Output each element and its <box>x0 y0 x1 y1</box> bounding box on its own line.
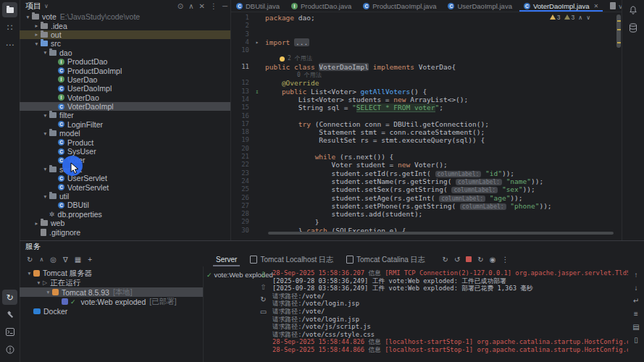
problems-icon[interactable] <box>2 342 17 357</box>
locate-icon[interactable]: ⊙ <box>177 2 183 10</box>
tree-expand-arrow[interactable]: ▾ <box>33 41 41 47</box>
code-line-28[interactable]: 28 students.add(student); <box>230 210 622 218</box>
undeploy-icon[interactable]: ⇧ <box>260 283 266 291</box>
code-line-27[interactable]: 27 student.setPhone(rs.getString( column… <box>230 202 622 210</box>
tree-item-UserServlet[interactable]: CUserServlet <box>20 174 230 182</box>
tab-UserDaoImpl.java[interactable]: CUserDaoImpl.java <box>442 0 518 12</box>
add-icon[interactable]: + <box>88 256 92 264</box>
code-line-22[interactable]: 22 Voter student = new Voter(); <box>230 161 622 169</box>
eye-icon[interactable]: ◎ <box>50 256 57 264</box>
tree-item-LoginFilter[interactable]: CLoginFilter <box>20 120 230 129</box>
warning-stripe-mark[interactable] <box>617 20 621 22</box>
stop-icon[interactable] <box>466 256 472 264</box>
scroll-to-end-icon[interactable]: ≡ <box>634 310 638 318</box>
tab-DBUtil.java[interactable]: CDBUtil.java <box>230 0 285 12</box>
code-editor[interactable]: 1package dao;234▸import ...102 个用法11publ… <box>230 12 622 235</box>
tree-item-UserDao[interactable]: IUserDao <box>20 75 230 84</box>
restart-icon[interactable]: ↻ <box>477 256 483 264</box>
chevron-down-icon[interactable]: ∨ <box>44 3 49 9</box>
tree-item-web[interactable]: ▸web <box>20 219 230 227</box>
tree-item-db.properties[interactable]: ✲db.properties <box>20 210 230 219</box>
warning-stripe-mark[interactable] <box>617 42 621 43</box>
next-problem-icon[interactable]: ∨ <box>586 14 590 21</box>
console-tab-Tomcat Localhost 日志[interactable]: Tomcat Localhost 日志 <box>244 253 339 266</box>
tab-ProductDao.java[interactable]: IProductDao.java <box>285 0 357 12</box>
tree-item-dao[interactable]: ▾dao <box>20 49 230 57</box>
tree-item-.idea[interactable]: ▸.idea <box>20 21 230 30</box>
service-item-Tomcat 服务器[interactable]: ▾Tomcat 服务器 <box>20 269 203 278</box>
tree-item-Product[interactable]: CProduct <box>20 138 230 146</box>
code-line-10[interactable]: 10 <box>230 46 622 54</box>
tree-expand-arrow[interactable]: ▾ <box>41 166 49 172</box>
tree-expand-arrow[interactable]: ▾ <box>25 270 33 277</box>
tree-item-servlet[interactable]: ▾servlet <box>20 165 230 174</box>
filter-icon[interactable]: ∇ <box>63 256 68 264</box>
collapse-all-icon[interactable]: ∧ <box>188 2 193 10</box>
tree-item-ProductDaoImpl[interactable]: CProductDaoImpl <box>20 66 230 75</box>
browser-icon[interactable]: ◉ <box>490 256 496 264</box>
code-line-3[interactable]: 3 <box>230 30 622 38</box>
fold-arrow-icon[interactable]: ▸ <box>249 38 265 46</box>
service-item-Docker[interactable]: Docker <box>20 306 203 316</box>
code-line-15[interactable]: 15 String sql = "SELECT * FROM voter"; <box>230 104 622 111</box>
tree-collapse-arrow[interactable]: ▸ <box>33 22 41 29</box>
tree-expand-arrow[interactable]: ▾ <box>44 289 52 295</box>
prev-problem-icon[interactable]: ∧ <box>578 14 582 21</box>
project-tool-icon[interactable] <box>2 2 17 17</box>
code-line-20[interactable]: 20 <box>230 145 622 153</box>
console-tab-Tomcat Catalina 日志[interactable]: Tomcat Catalina 日志 <box>340 253 430 266</box>
tree-item-ProductDao[interactable]: IProductDao <box>20 57 230 66</box>
clear-console-icon[interactable]: ▯ <box>634 336 638 344</box>
tree-item-DBUtil[interactable]: CDBUtil <box>20 201 230 209</box>
tree-collapse-arrow[interactable]: ▸ <box>33 220 41 227</box>
refresh-icon[interactable]: ↺ <box>454 256 460 264</box>
code-line-17[interactable]: 17 try (Connection conn = DBUtil.getConn… <box>230 120 622 128</box>
code-line-23[interactable]: 23 student.setId(rs.getInt( columnLabel:… <box>230 169 622 177</box>
tree-item-VoterServlet[interactable]: CVoterServlet <box>20 182 230 191</box>
inspection-widget[interactable]: 3 3 ∧ ∨ <box>550 14 590 21</box>
project-panel-title[interactable]: 项目 <box>25 1 41 12</box>
tree-item-util[interactable]: ▾util <box>20 192 230 201</box>
console-tab-Server[interactable]: Server <box>210 254 243 265</box>
code-line-13[interactable]: 13↥ public List<Voter> getAllVoters() { <box>230 88 622 96</box>
structure-icon[interactable]: ∷ <box>2 20 17 35</box>
code-line-19[interactable]: 19 ResultSet rs = stmt.executeQuery(sql)… <box>230 136 622 144</box>
redeploy-icon[interactable]: ↻ <box>443 256 448 264</box>
tree-item-Voter[interactable]: CVoter <box>20 156 230 164</box>
close-icon[interactable]: ✕ <box>199 2 205 10</box>
intention-bulb-icon[interactable] <box>280 56 285 62</box>
tree-item-VoterDao[interactable]: IVoterDao <box>20 93 230 102</box>
tab-vote.sql[interactable]: vote.sql <box>604 0 622 12</box>
code-line-12[interactable]: 12 @Override <box>230 79 622 87</box>
more-tools-icon[interactable]: ⋯ <box>2 37 17 52</box>
tree-item-vote[interactable]: ▾voteE:\JavaStudy\code\vote <box>20 12 230 21</box>
editor-horizontal-scrollbar[interactable] <box>268 232 614 235</box>
terminal-icon[interactable] <box>2 324 17 340</box>
code-line-4[interactable]: 4▸import ... <box>230 38 622 46</box>
service-item-Tomcat 8.5.93[interactable]: ▾Tomcat 8.5.93[本地] <box>20 287 203 297</box>
tree-collapse-arrow[interactable]: ▸ <box>33 31 41 38</box>
build-hammer-icon[interactable] <box>2 307 17 322</box>
scroll-to-top-icon[interactable]: ↑ <box>635 271 638 279</box>
code-line-29[interactable]: 29 } <box>230 218 622 226</box>
layout-icon[interactable]: ▦ <box>75 256 81 264</box>
code-line-24[interactable]: 24 student.setName(rs.getString( columnL… <box>230 177 622 185</box>
tree-item-model[interactable]: ▾model <box>20 129 230 138</box>
scroll-to-bottom-icon[interactable]: ↓ <box>635 284 638 292</box>
deploy-icon[interactable]: ⇩ <box>260 271 266 279</box>
code-line-16[interactable]: 16 <box>230 112 622 120</box>
refresh-icon[interactable]: ↻ <box>260 295 266 303</box>
tree-expand-arrow[interactable]: ▾ <box>41 130 49 137</box>
code-line-2[interactable]: 2 <box>230 22 622 30</box>
services-title[interactable]: 服务 <box>25 242 41 252</box>
warning-stripe-mark[interactable] <box>617 29 621 30</box>
frame-deployment-icon[interactable]: ▭ <box>260 308 267 316</box>
code-line-14[interactable]: 14 List<Voter> students = new ArrayList<… <box>230 96 622 104</box>
console-log[interactable]: 28-Sep-2025 15:58:36.207 信息 [RMI TCP Con… <box>269 266 628 362</box>
tree-expand-arrow[interactable]: ▾ <box>41 49 49 56</box>
database-icon[interactable] <box>626 20 640 35</box>
tree-item-SysUser[interactable]: CSysUser <box>20 147 230 156</box>
rerun-icon[interactable]: ↻ <box>27 256 33 264</box>
tree-item-UserDaoImpl[interactable]: CUserDaoImpl <box>20 84 230 93</box>
tree-expand-arrow[interactable]: ▾ <box>24 14 32 20</box>
